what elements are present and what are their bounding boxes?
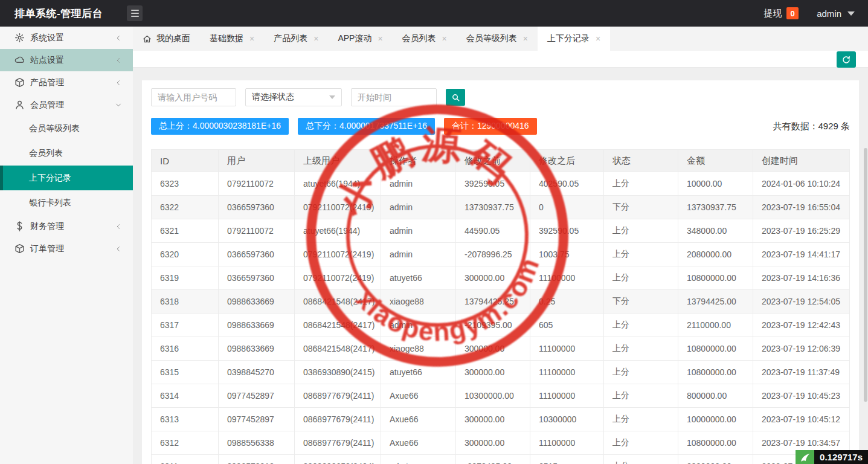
sidebar-subitem-会员列表[interactable]: 会员列表 [0, 141, 133, 166]
table-cell: 6314 [152, 384, 219, 408]
tab-close-icon[interactable]: × [378, 34, 382, 43]
table-cell: 0988633669 [219, 290, 295, 314]
table-cell: admin [381, 243, 456, 266]
table-cell: 0868421548(2417) [295, 314, 381, 337]
table-cell: 2024-01-06 10:10:24 [753, 172, 850, 196]
sidebar-item-系统设置[interactable]: 系统设置 [0, 27, 133, 49]
sidebar-subitem-上下分记录[interactable]: 上下分记录 [0, 166, 133, 190]
user-number-input[interactable] [151, 88, 236, 106]
top-header: 排单系统-管理后台 提现 0 admin [0, 0, 868, 27]
tab-基础数据[interactable]: 基础数据× [200, 27, 264, 51]
table-cell: Axue66 [381, 431, 456, 455]
tab-APP滚动[interactable]: APP滚动× [328, 27, 392, 51]
table-cell: 0.25 [530, 290, 604, 314]
table-cell: 300000.00 [456, 266, 530, 290]
table-cell: 1003.75 [530, 243, 604, 266]
table-cell: 13730937.75 [456, 196, 530, 219]
table-cell: atuyet66(1944) [295, 172, 381, 196]
table-cell: 0977452897 [219, 384, 295, 408]
table-row: 631309774528970868977679(2411)Axue663000… [152, 408, 850, 431]
table-cell: 6318 [152, 290, 219, 314]
table-cell: 6311 [152, 455, 219, 464]
chevron-left-icon [115, 223, 122, 230]
sidebar-item-label: 产品管理 [30, 77, 64, 88]
sidebar-subitem-会员等级列表[interactable]: 会员等级列表 [0, 116, 133, 141]
table-cell: 上分 [604, 408, 678, 431]
table-cell: 0792110072(2419) [295, 196, 381, 219]
table-cell: 0868977679(2411) [295, 408, 381, 431]
sidebar-subitem-银行卡列表[interactable]: 银行卡列表 [0, 190, 133, 215]
user-menu[interactable]: admin [817, 8, 841, 19]
table-cell: 6312 [152, 431, 219, 455]
table-cell: 11100000 [530, 384, 604, 408]
table-cell: 800000.00 [678, 384, 753, 408]
table-cell: 0977452897 [219, 408, 295, 431]
table-cell: 0386930890(2415) [295, 361, 381, 384]
menu-toggle-icon[interactable] [127, 5, 143, 21]
refresh-button[interactable] [837, 51, 856, 68]
chevron-down-icon [115, 102, 122, 109]
trace-badge: 0.129717s [796, 450, 868, 464]
table-cell: -2973485.00 [456, 455, 530, 464]
page-elapsed-time: 0.129717s [814, 450, 868, 464]
tab-close-icon[interactable]: × [442, 34, 447, 43]
chevron-left-icon [115, 57, 122, 64]
status-select[interactable]: 请选择状态 [245, 88, 342, 106]
sidebar-item-站点设置[interactable]: 站点设置 [0, 49, 133, 71]
sidebar-item-订单管理[interactable]: 订单管理 [0, 237, 133, 260]
start-time-input[interactable] [351, 88, 437, 106]
table-row: 631209885563380868977679(2411)Axue663000… [152, 431, 850, 455]
tab-上下分记录[interactable]: 上下分记录× [538, 27, 610, 51]
table-cell: 0868421548(2417) [295, 337, 381, 361]
table-row: 631609886336690868421548(2417)xiaoge8830… [152, 337, 850, 361]
tab-label: APP滚动 [338, 33, 371, 44]
table-cell: admin [381, 455, 456, 464]
table-cell: 348000.00 [678, 219, 753, 243]
table-cell: 0792110072(2419) [295, 243, 381, 266]
table-cell: 11100000 [530, 431, 604, 455]
main-area: 我的桌面基础数据×产品列表×APP滚动×会员列表×会员等级列表×上下分记录× 请… [133, 27, 868, 464]
table-cell: 2023-07-19 10:45:12 [753, 408, 850, 431]
scrollbar-thumb[interactable] [864, 148, 867, 402]
content-area: 请选择状态 总上分：4.0000030238181E+16 总下分：4.0000… [133, 68, 868, 464]
table-cell: 上分 [604, 337, 678, 361]
column-header: 修改之前 [456, 150, 530, 172]
tab-产品列表[interactable]: 产品列表× [264, 27, 328, 51]
withdraw-link[interactable]: 提现 [764, 8, 782, 19]
app-window: 排单系统-管理后台 提现 0 admin 系统设置站点设置产品管理会员管理会员等… [0, 0, 868, 464]
tab-close-icon[interactable]: × [523, 34, 528, 43]
table-cell: 2980000.00 [678, 455, 753, 464]
tab-label: 基础数据 [210, 33, 243, 44]
tab-close-icon[interactable]: × [313, 34, 318, 43]
table-cell: 392590.05 [530, 219, 604, 243]
tab-会员等级列表[interactable]: 会员等级列表× [457, 27, 538, 51]
table-row: 631503988452700386930890(2415)atuyet6630… [152, 361, 850, 384]
tab-我的桌面[interactable]: 我的桌面 [133, 27, 200, 51]
sum-button[interactable]: 合计：12900000416 [444, 118, 537, 135]
tab-会员列表[interactable]: 会员列表× [393, 27, 457, 51]
member-icon [14, 100, 25, 110]
tab-close-icon[interactable]: × [596, 34, 600, 43]
table-row: 631109965789120900092653(2404)admin-2973… [152, 455, 850, 464]
total-down-button[interactable]: 总下分：4.0000017337511E+16 [298, 118, 435, 135]
table-cell: 0398845270 [219, 361, 295, 384]
withdraw-count-badge[interactable]: 0 [786, 7, 799, 19]
table-cell: 0868977679(2411) [295, 384, 381, 408]
trace-leaf-icon[interactable] [796, 450, 814, 464]
records-table-wrap: ID用户上级用户操作者修改之前修改之后状态金额创建时间 632307921100… [151, 149, 850, 464]
table-row: 632203665973600792110072(2419)admin13730… [152, 196, 850, 219]
table-row: 631709886336690868421548(2417)admin-2109… [152, 314, 850, 337]
chevron-left-icon [115, 34, 122, 42]
table-cell: 0792110072(2419) [295, 266, 381, 290]
sidebar-item-产品管理[interactable]: 产品管理 [0, 71, 133, 94]
sidebar-item-财务管理[interactable]: 财务管理 [0, 215, 133, 237]
total-up-button[interactable]: 总上分：4.0000030238181E+16 [151, 118, 289, 135]
search-button[interactable] [446, 89, 465, 106]
tab-label: 会员列表 [402, 33, 436, 44]
sidebar-item-会员管理[interactable]: 会员管理 [0, 94, 133, 116]
table-cell: 11100000 [530, 337, 604, 361]
tab-close-icon[interactable]: × [249, 34, 254, 43]
filter-row: 请选择状态 [151, 88, 850, 106]
chevron-left-icon [115, 245, 122, 253]
chevron-down-icon[interactable] [847, 11, 855, 16]
